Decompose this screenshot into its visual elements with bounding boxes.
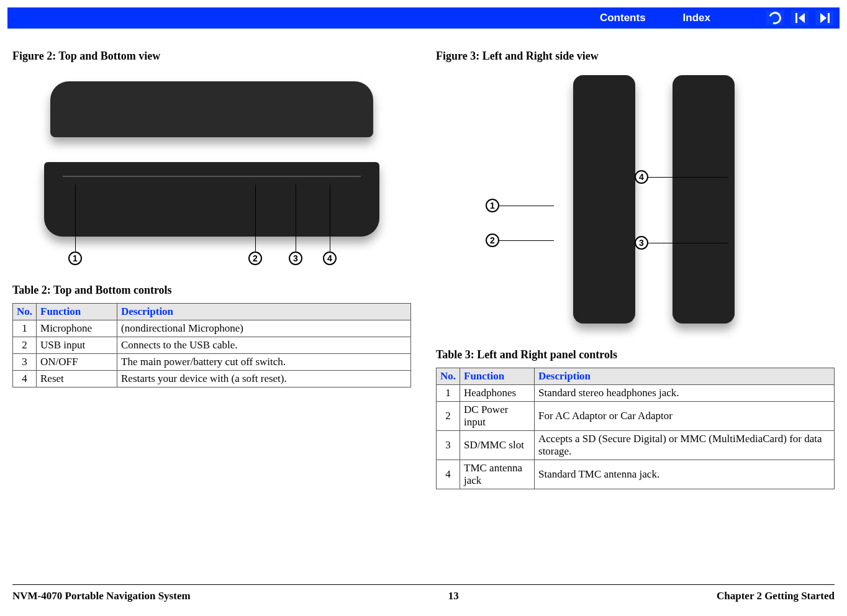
figure-3-caption: Figure 3: Left and Right side view <box>436 50 835 63</box>
figure-3-image: 1 2 3 4 <box>436 75 835 336</box>
side-callout-2: 2 <box>486 233 499 247</box>
table-row: 2 DC Power input For AC Adaptor or Car A… <box>437 402 835 431</box>
table-header-row: No. Function Description <box>13 304 411 320</box>
table-2-caption: Table 2: Top and Bottom controls <box>12 284 411 297</box>
figure-2-image: 1 2 3 4 <box>12 75 411 271</box>
page-body: Figure 2: Top and Bottom view 1 2 3 4 Ta… <box>12 37 835 579</box>
top-toolbar: Contents Index <box>7 7 840 29</box>
refresh-icon[interactable] <box>766 11 784 25</box>
footer-page-number: 13 <box>448 590 459 602</box>
table-row: 4 TMC antenna jack Standard TMC antenna … <box>437 460 835 489</box>
device-left-side <box>573 75 635 324</box>
callout-badge-1: 1 <box>68 251 82 265</box>
table-2: No. Function Description 1 Microphone (n… <box>12 303 411 387</box>
footer-doc-title: NVM-4070 Portable Navigation System <box>12 590 191 602</box>
device-right-side <box>673 75 735 324</box>
device-top-view <box>50 81 373 137</box>
side-callout-1: 1 <box>486 199 499 212</box>
callout-badge-4: 4 <box>323 251 337 265</box>
right-column: Figure 3: Left and Right side view 1 2 3… <box>436 37 835 579</box>
footer-rule <box>12 584 835 585</box>
table-3-caption: Table 3: Left and Right panel controls <box>436 348 835 361</box>
table-header-row: No. Function Description <box>437 368 835 385</box>
device-bottom-view: 1 2 3 4 <box>44 162 379 271</box>
col-description: Description <box>535 368 835 385</box>
table-row: 1 Headphones Standard stereo headphones … <box>437 385 835 402</box>
side-callout-3: 3 <box>635 236 648 250</box>
nav-icons <box>766 11 833 25</box>
col-no: No. <box>13 304 37 320</box>
table-row: 4 Reset Restarts your device with (a sof… <box>13 371 411 387</box>
index-link[interactable]: Index <box>683 12 710 24</box>
figure-2-caption: Figure 2: Top and Bottom view <box>12 50 411 63</box>
table-row: 3 ON/OFF The main power/battery cut off … <box>13 354 411 371</box>
callout-badge-2: 2 <box>248 251 262 265</box>
prev-page-icon[interactable] <box>791 11 808 25</box>
next-page-icon[interactable] <box>816 11 833 25</box>
left-column: Figure 2: Top and Bottom view 1 2 3 4 Ta… <box>12 37 411 579</box>
nav-links: Contents Index <box>600 12 710 24</box>
col-description: Description <box>117 304 411 320</box>
col-function: Function <box>460 368 535 385</box>
table-row: 2 USB input Connects to the USB cable. <box>13 337 411 354</box>
table-row: 3 SD/MMC slot Accepts a SD (Secure Digit… <box>437 431 835 460</box>
col-function: Function <box>37 304 117 320</box>
footer-chapter: Chapter 2 Getting Started <box>717 590 835 602</box>
table-row: 1 Microphone (nondirectional Microphone) <box>13 320 411 337</box>
callout-badge-3: 3 <box>289 251 302 265</box>
table-3: No. Function Description 1 Headphones St… <box>436 368 835 489</box>
side-callout-4: 4 <box>635 170 648 184</box>
col-no: No. <box>437 368 460 385</box>
footer: NVM-4070 Portable Navigation System 13 C… <box>12 590 835 602</box>
contents-link[interactable]: Contents <box>600 12 646 24</box>
